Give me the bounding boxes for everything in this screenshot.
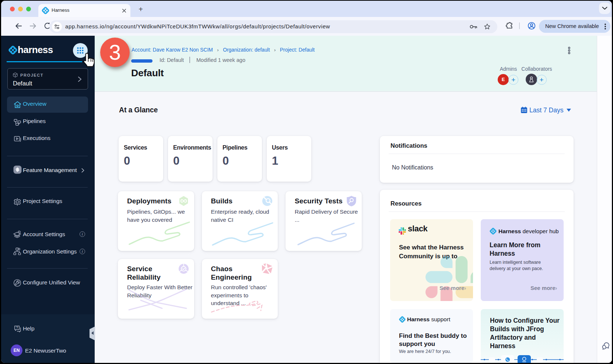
svg-text:?: ? — [16, 326, 18, 329]
